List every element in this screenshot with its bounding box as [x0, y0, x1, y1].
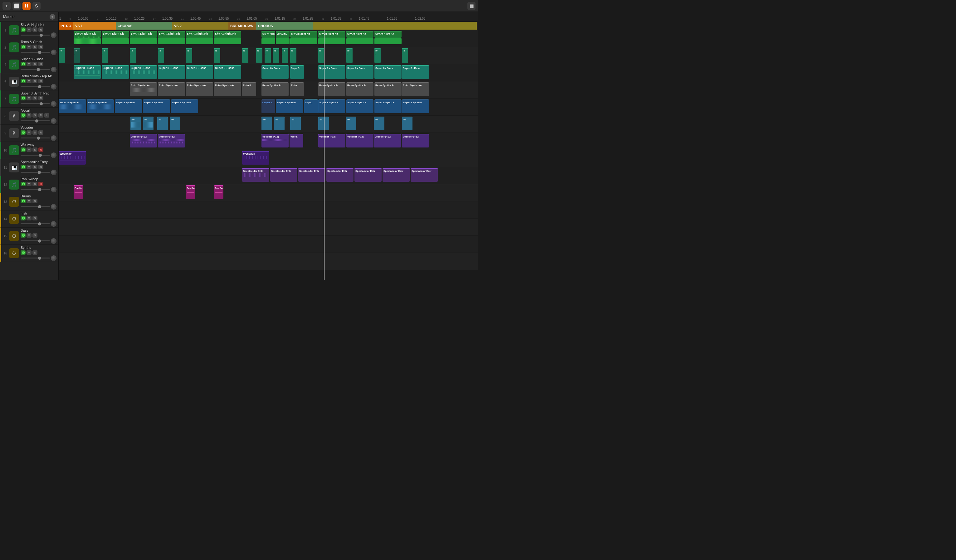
clip-bass-4j[interactable]: Super 8 - Bass — [346, 65, 373, 79]
clip-synth-7j[interactable]: Super 8 Synth P — [346, 99, 373, 113]
fader-track-14[interactable] — [20, 223, 50, 224]
clip-spec-11e[interactable]: Spectacular Entr — [354, 168, 382, 182]
clip-sky-1e-b[interactable] — [186, 38, 213, 44]
clip-vocal-8d[interactable]: 'Vo — [170, 117, 180, 130]
clip-retro-6a[interactable]: Retro Synth - Ar — [130, 82, 157, 96]
clip-vocal-8g[interactable]: 'Vo — [290, 117, 301, 130]
clip-vocoder-9b[interactable]: Vocoder (+12) — [158, 134, 185, 147]
power-btn-10[interactable]: ⏻ — [20, 147, 25, 152]
clip-westway-10b[interactable]: Westway — [242, 151, 269, 165]
vol-knob-14[interactable] — [51, 221, 57, 227]
vol-knob-6[interactable] — [51, 84, 57, 89]
clip-to-2n[interactable]: To- — [318, 48, 324, 63]
clip-synth-7d[interactable]: Super 8 Synth P — [143, 99, 170, 113]
power-btn-6[interactable]: ⏻ — [20, 79, 25, 83]
clip-vocoder-9d[interactable]: Vocod.. — [289, 134, 303, 147]
clip-sky-1b-b[interactable] — [102, 38, 129, 44]
clip-to-2q[interactable]: To- — [402, 48, 408, 63]
clip-synth-7l[interactable]: Super 8 Synth P — [402, 99, 429, 113]
clip-retro-6c[interactable]: Retro Synth - Ar — [186, 82, 213, 96]
clip-sky-1h-b[interactable] — [276, 38, 289, 44]
record-btn-11[interactable]: R — [38, 165, 43, 169]
solo-btn-12[interactable]: S — [33, 182, 38, 186]
vol-knob-15[interactable] — [51, 238, 57, 244]
clip-to-2k[interactable]: To- — [273, 48, 279, 63]
mute-btn-15[interactable]: M — [27, 233, 31, 238]
vol-knob-7[interactable] — [51, 101, 57, 107]
solo-btn-7[interactable]: S — [33, 96, 38, 100]
clip-vocal-8f[interactable]: 'Vo — [274, 117, 285, 130]
clip-sky-1b[interactable]: Sky At Night Kit — [102, 31, 129, 38]
power-btn-2[interactable]: ⏻ — [20, 45, 25, 49]
clip-sky-1j-b[interactable] — [318, 38, 345, 44]
solo-btn-10[interactable]: S — [33, 147, 38, 152]
vol-knob-8[interactable] — [51, 118, 57, 124]
solo-btn-14[interactable]: S — [33, 216, 38, 220]
mute-btn-1[interactable]: M — [27, 27, 31, 32]
clip-retro-6d[interactable]: Retro Synth - Ar — [214, 82, 241, 96]
clip-to-2c[interactable]: To- — [102, 48, 108, 63]
section-vs1[interactable]: VS 1 — [73, 22, 116, 30]
h-button[interactable]: H — [22, 2, 31, 10]
record-btn-8[interactable]: R — [38, 113, 43, 118]
solo-btn-16[interactable]: S — [33, 250, 38, 255]
grid-button[interactable]: ▦ — [467, 2, 475, 10]
clip-to-2p[interactable]: To- — [374, 48, 381, 63]
clip-vocoder-9e[interactable]: Vocoder (+12) — [318, 134, 345, 147]
section-intro[interactable]: INTRO — [59, 22, 73, 30]
section-vs2[interactable]: VS 2 — [172, 22, 228, 30]
vol-knob-13[interactable] — [51, 204, 57, 210]
power-btn-1[interactable]: ⏻ — [20, 27, 25, 32]
mute-btn-2[interactable]: M — [27, 45, 31, 49]
clip-bass-4i[interactable]: Super 8 - Bass — [318, 65, 345, 79]
solo-btn-15[interactable]: S — [33, 233, 38, 238]
clip-spec-11c[interactable]: Spectacular Entr — [298, 168, 325, 182]
solo-btn-11[interactable]: S — [33, 165, 38, 169]
vol-knob-10[interactable] — [51, 152, 57, 158]
power-btn-13[interactable]: ⏻ — [20, 199, 25, 203]
loop-button[interactable]: ⬜ — [13, 2, 20, 10]
record-btn-12[interactable]: R — [38, 182, 43, 186]
mute-btn-6[interactable]: M — [27, 79, 31, 83]
record-btn-7[interactable]: R — [38, 96, 43, 100]
clip-vocoder-9h[interactable]: Vocoder (+12) — [402, 134, 429, 147]
solo-btn-9[interactable]: S — [33, 130, 38, 135]
vol-knob-2[interactable] — [51, 50, 57, 55]
clip-retro-6j[interactable]: Retro Synth - Ar — [374, 82, 401, 96]
clip-to-2o[interactable]: To- — [346, 48, 352, 63]
clip-to-2h[interactable]: To- — [242, 48, 248, 63]
clip-synth-7b[interactable]: Super 8 Synth P — [87, 99, 114, 113]
vol-knob-12[interactable] — [51, 187, 57, 192]
mute-btn-12[interactable]: M — [27, 182, 31, 186]
solo-btn-1[interactable]: S — [33, 27, 38, 32]
clip-spec-11g[interactable]: Spectacular Entr — [410, 168, 438, 182]
clip-to-2i[interactable]: To- — [256, 48, 263, 63]
clip-retro-6e[interactable]: Retro S.. — [242, 82, 256, 96]
clip-retro-6b[interactable]: Retro Synth - Ar — [158, 82, 185, 96]
clip-to-2b[interactable]: To- — [74, 48, 80, 63]
clip-sky-1a[interactable]: Sky At Night Kit — [74, 31, 101, 38]
track-list-scroll[interactable]: 1 🎵 Sky At Night Kit ⏻ M S R — [0, 22, 58, 280]
clip-to-2a[interactable]: To — [59, 48, 65, 63]
power-btn-16[interactable]: ⏻ — [20, 250, 25, 255]
input-btn-8[interactable]: I — [44, 113, 49, 118]
power-btn-4[interactable]: ⏻ — [20, 62, 25, 66]
clip-sky-1f-b[interactable] — [214, 38, 241, 44]
fader-track-7[interactable] — [20, 103, 50, 104]
clip-vocal-8i[interactable]: 'Vo — [346, 117, 356, 130]
fader-track-9[interactable] — [20, 138, 50, 138]
clip-to-2f[interactable]: To- — [186, 48, 192, 63]
clip-vocal-8a[interactable]: 'Vo — [131, 117, 141, 130]
clip-vocal-8k[interactable]: 'Vo — [402, 117, 412, 130]
record-btn-10[interactable]: R — [38, 147, 43, 152]
s-button[interactable]: S — [33, 2, 41, 10]
clip-vocoder-9f[interactable]: Vocoder (+12) — [346, 134, 373, 147]
fader-track-12[interactable] — [20, 189, 50, 190]
clip-sky-1f[interactable]: Sky At Night Kit — [214, 31, 241, 38]
clip-synth-7f[interactable]: • Super 8.. — [261, 99, 275, 113]
record-btn-9[interactable]: R — [38, 130, 43, 135]
clip-synth-7h[interactable]: Super.. — [304, 99, 318, 113]
clip-pansweep-12a[interactable]: Pan Sw — [74, 185, 83, 199]
vol-knob-4[interactable] — [51, 67, 57, 72]
fader-track-1[interactable] — [20, 35, 50, 36]
